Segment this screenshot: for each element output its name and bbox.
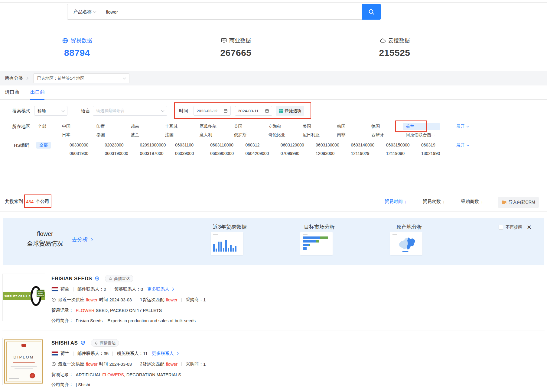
hs-code-chip[interactable]: 02091000000: [140, 143, 175, 147]
trade-record-label: 贸易记录：: [51, 307, 73, 313]
mini-bar-chart: [213, 236, 241, 252]
trade-record-suffix: , DECORATION MATERIALS: [124, 372, 181, 377]
region-chip[interactable]: 立陶宛: [268, 124, 303, 130]
dismiss-checkbox[interactable]: [499, 225, 503, 230]
breadcrumb[interactable]: 所有分类: [5, 76, 28, 81]
hs-code-chip[interactable]: 0604209000: [245, 151, 280, 156]
tab-exporter[interactable]: 出口商: [30, 89, 45, 95]
verified-shield-icon[interactable]: [95, 276, 99, 281]
hs-code-chip[interactable]: 06039000: [175, 151, 210, 156]
region-expand-link[interactable]: 展开: [456, 124, 469, 129]
hs-code-chip[interactable]: 00330000: [70, 143, 105, 147]
hs-code-chip[interactable]: 06031900: [70, 151, 105, 156]
company-name[interactable]: FRISIAN SEEDS: [51, 276, 92, 282]
region-chip[interactable]: 尼日利亚: [303, 132, 337, 138]
more-contacts-link[interactable]: 更多联系人: [147, 286, 174, 292]
stat-business-data[interactable]: 商业数据 267665: [200, 37, 272, 58]
business-radar-badge[interactable]: 商情雷达: [91, 339, 119, 347]
region-chip[interactable]: 英国: [234, 124, 268, 130]
region-all-chip[interactable]: 全部: [38, 124, 46, 129]
hs-code-chip[interactable]: 0603120000: [281, 143, 316, 147]
search-button[interactable]: [362, 4, 381, 20]
verified-shield-icon[interactable]: [80, 340, 85, 345]
hs-code-chip[interactable]: 0603190000: [105, 151, 140, 156]
more-contacts-link[interactable]: 更多联系人: [152, 351, 178, 356]
hs-code-chip[interactable]: 02023000: [105, 143, 140, 147]
date-to-input[interactable]: 2024-03-11: [235, 106, 272, 116]
hs-all-chip[interactable]: 全部: [36, 142, 51, 149]
quick-options-button[interactable]: 快捷选项: [276, 106, 304, 116]
dismiss-label: 不再提醒: [506, 225, 523, 230]
region-chip[interactable]: 波兰: [131, 132, 165, 138]
go-analyze-link[interactable]: 去分析: [72, 236, 93, 243]
region-chip[interactable]: 南非: [337, 132, 372, 138]
stat-trade-data[interactable]: 贸易数据 88794: [41, 37, 113, 58]
origin-map-thumbnail[interactable]: [390, 232, 422, 255]
sort-buyer-count[interactable]: 采购商数 ↓: [461, 199, 483, 204]
region-chip[interactable]: 西班牙: [371, 132, 406, 138]
sort-label: 采购商数: [461, 199, 479, 204]
hs-code-chip[interactable]: 13021990: [421, 151, 456, 156]
selected-region-dropdown[interactable]: 已选地区：荷兰等1个地区: [33, 73, 129, 83]
hs-expand-link[interactable]: 展开: [456, 143, 469, 148]
region-chip[interactable]: 日本: [62, 132, 96, 138]
stat-cloud-search-data[interactable]: 云搜数据 215525: [358, 37, 431, 58]
company-profile-label: 公司简介：: [51, 382, 73, 387]
region-chip[interactable]: 俄罗斯: [234, 132, 268, 138]
search-input[interactable]: [101, 4, 380, 19]
hs-code-chip[interactable]: 0603110000: [210, 143, 245, 147]
region-chip[interactable]: 印度: [96, 124, 131, 130]
region-chip[interactable]: 越南: [131, 124, 165, 130]
hs-code-chip[interactable]: 060312: [245, 143, 280, 147]
hs-code-chip[interactable]: 07099990: [281, 151, 316, 156]
close-icon[interactable]: ✕: [527, 224, 532, 230]
shipment-match-text: 2货运次匹配: [140, 361, 164, 367]
hs-code-chip[interactable]: 12093000: [316, 151, 351, 156]
region-chip[interactable]: 阿拉伯联合酋...: [406, 132, 440, 138]
trade-data-chart-thumbnail[interactable]: [211, 232, 243, 255]
region-chip[interactable]: 法国: [165, 132, 200, 138]
tab-importer[interactable]: 进口商: [5, 89, 19, 95]
company-supply-row: 最近一次供应 flower 时间 2024-03-03 2货运次匹配 flowe…: [51, 361, 206, 367]
supply-prefix: 最近一次供应: [58, 361, 84, 367]
region-chip[interactable]: 意大利: [200, 132, 234, 138]
region-chip[interactable]: 韩国: [337, 124, 372, 130]
sort-trade-time[interactable]: 贸易时间 ↓: [385, 199, 407, 204]
region-chip[interactable]: 美国: [303, 124, 337, 130]
trade-record-suffix: SEED, PACKED ON 17 PALLETS: [95, 308, 162, 313]
sort-trade-count[interactable]: 贸易次数 ↓: [423, 199, 445, 204]
search-category-dropdown[interactable]: 产品名称: [67, 9, 101, 15]
category-strip: 所有分类 已选地区：荷兰等1个地区: [0, 71, 547, 85]
region-row-1: 中国印度越南土耳其厄瓜多尔英国立陶宛美国韩国德国荷兰: [62, 124, 440, 130]
divider: [181, 298, 182, 302]
hs-code-chip[interactable]: 0603900000: [210, 151, 245, 156]
company-name[interactable]: SHISHI AS: [51, 340, 78, 346]
hs-code-chip[interactable]: 12119029: [351, 151, 386, 156]
hs-code-chip[interactable]: 0603130000: [316, 143, 351, 147]
region-chip[interactable]: 土耳其: [165, 124, 200, 130]
region-chip[interactable]: 中国: [62, 124, 96, 130]
language-select[interactable]: 请选择翻译语言: [93, 106, 167, 116]
hs-code-chip[interactable]: 0603150000: [386, 143, 421, 147]
target-market-chart-thumbnail[interactable]: [300, 232, 333, 255]
hs-code-chip[interactable]: 060319: [421, 143, 456, 147]
hs-code-chip[interactable]: 0603140000: [351, 143, 386, 147]
import-crm-button[interactable]: 导入内部CRM: [498, 197, 539, 208]
company-logo[interactable]: DIPLOM: [2, 338, 45, 385]
date-from-input[interactable]: 2023-03-12: [194, 106, 231, 116]
hs-code-chip[interactable]: 06031100: [175, 143, 210, 147]
divider: [110, 287, 110, 291]
business-radar-badge[interactable]: 商情雷达: [105, 275, 133, 282]
hs-code-chip[interactable]: 0603197000: [140, 151, 175, 156]
arrow-down-icon: ↓: [443, 199, 445, 204]
company-logo[interactable]: SUPPLIER OF ALL SEEDS FLOWER BLEND EXPER…: [2, 274, 45, 321]
region-chip[interactable]: 哥伦比亚: [268, 132, 303, 138]
divider: [136, 362, 136, 366]
region-chip[interactable]: 泰国: [96, 132, 131, 138]
region-chip[interactable]: 厄瓜多尔: [200, 124, 234, 130]
hs-code-chip[interactable]: 12119090: [386, 151, 421, 156]
search-mode-select[interactable]: 精确: [34, 106, 67, 116]
sort-label: 贸易次数: [423, 199, 441, 204]
radar-label: 商情雷达: [100, 340, 116, 346]
calendar-icon: [265, 109, 269, 113]
